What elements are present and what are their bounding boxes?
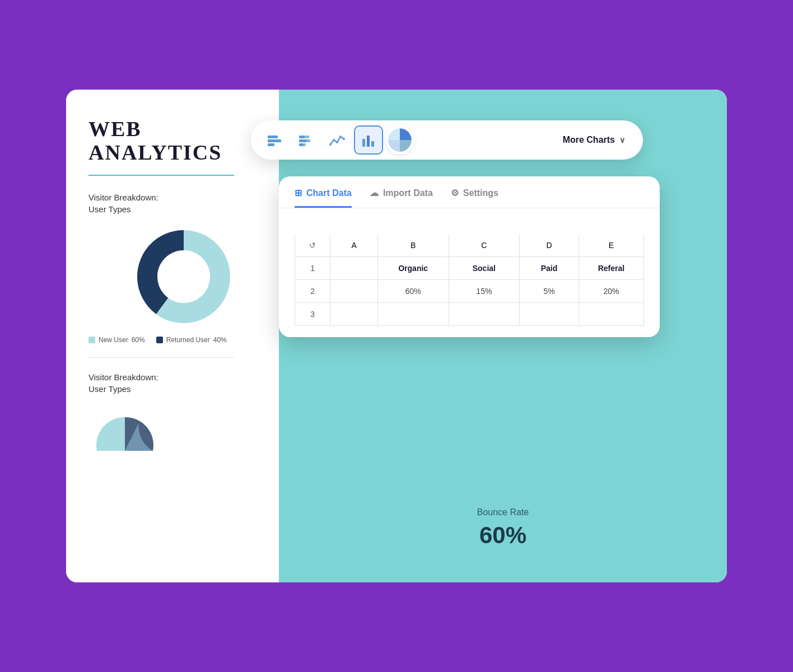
row-1-col-a[interactable] <box>330 257 377 280</box>
vertical-bar-chart-button[interactable] <box>354 125 383 155</box>
svg-rect-9 <box>307 139 310 142</box>
more-charts-label: More Charts <box>563 135 615 145</box>
svg-point-14 <box>336 141 338 143</box>
tab-chart-data-label: Chart Data <box>306 188 352 198</box>
svg-point-16 <box>343 138 345 140</box>
gear-icon: ⚙ <box>451 188 459 198</box>
svg-rect-17 <box>362 139 365 147</box>
row-1-col-b[interactable]: Organic <box>377 257 449 280</box>
table-row: 2 60% 15% 5% 20% <box>295 280 644 303</box>
small-pie-container <box>88 406 279 462</box>
left-panel: WEB ANALYTICS Visitor Breakdown: User Ty… <box>66 90 301 582</box>
returned-user-dot <box>156 337 163 343</box>
row-1-num: 1 <box>295 257 330 280</box>
line-chart-button[interactable] <box>323 125 352 155</box>
row-3-num: 3 <box>295 303 330 326</box>
col-e-header: E <box>579 234 643 257</box>
row-2-col-d[interactable]: 5% <box>520 280 579 303</box>
returned-user-label: Returned User <box>166 336 210 344</box>
row-1-col-c[interactable]: Social <box>449 257 520 280</box>
row-3-col-d[interactable] <box>520 303 579 326</box>
stacked-bar-chart-button[interactable] <box>291 125 320 155</box>
svg-rect-10 <box>299 143 304 146</box>
row-2-col-a[interactable] <box>330 280 377 303</box>
vertical-bar-chart-icon <box>360 131 377 149</box>
svg-rect-19 <box>371 141 374 147</box>
page-title: WEB ANALYTICS <box>88 118 279 165</box>
chart-data-panel: ⊞ Chart Data ☁ Import Data ⚙ Settings <box>279 176 660 337</box>
col-a-header: A <box>330 234 377 257</box>
tab-settings-label: Settings <box>463 188 498 198</box>
row-1-col-d[interactable]: Paid <box>520 257 579 280</box>
new-user-label: New User <box>99 336 128 344</box>
legend-new-user: New User 60% <box>88 336 145 344</box>
small-pie-chart <box>88 406 161 462</box>
tab-import-data[interactable]: ☁ Import Data <box>370 188 433 208</box>
svg-point-13 <box>333 139 335 141</box>
chart-legend: New User 60% Returned User 40% <box>88 336 279 344</box>
returned-user-pct: 40% <box>213 336 227 344</box>
horizontal-bar-chart-icon <box>265 131 283 149</box>
svg-point-12 <box>329 143 332 146</box>
row-2-col-b[interactable]: 60% <box>377 280 449 303</box>
table-row: 1 Organic Social Paid Referal <box>295 257 644 280</box>
chevron-down-icon: ∨ <box>619 136 625 144</box>
bounce-rate-label: Bounce Rate <box>477 507 529 517</box>
svg-rect-3 <box>268 136 278 138</box>
tab-import-data-label: Import Data <box>383 188 433 198</box>
tab-settings[interactable]: ⚙ Settings <box>451 188 498 208</box>
panel-tabs: ⊞ Chart Data ☁ Import Data ⚙ Settings <box>279 176 660 208</box>
donut-chart <box>133 226 234 327</box>
row-3-col-c[interactable] <box>449 303 520 326</box>
chart-toolbar: More Charts ∨ <box>251 120 643 160</box>
svg-rect-18 <box>367 136 370 147</box>
bounce-rate-value: 60% <box>477 522 529 549</box>
col-c-header: C <box>449 234 520 257</box>
outer-container: WEB ANALYTICS Visitor Breakdown: User Ty… <box>32 67 761 605</box>
svg-point-2 <box>158 251 209 302</box>
row-3-col-a[interactable] <box>330 303 377 326</box>
cloud-upload-icon: ☁ <box>370 188 379 198</box>
row-2-num: 2 <box>295 280 330 303</box>
svg-rect-11 <box>304 143 306 146</box>
svg-rect-5 <box>268 143 274 146</box>
refresh-icon[interactable]: ↺ <box>295 234 330 257</box>
col-b-header: B <box>377 234 449 257</box>
section2-label: Visitor Breakdown: User Types <box>88 371 279 395</box>
svg-rect-7 <box>305 136 309 138</box>
row-1-col-e[interactable]: Referal <box>579 257 643 280</box>
row-3-col-b[interactable] <box>377 303 449 326</box>
new-user-pct: 60% <box>132 336 145 344</box>
svg-point-15 <box>339 136 342 138</box>
table-row: 3 <box>295 303 644 326</box>
new-user-dot <box>88 337 95 343</box>
title-divider <box>88 175 234 176</box>
stacked-bar-chart-icon <box>297 131 315 149</box>
pie-chart-icon <box>385 125 414 155</box>
legend-returned-user: Returned User 40% <box>156 336 227 344</box>
row-2-col-c[interactable]: 15% <box>449 280 520 303</box>
chart-data-table: ↺ A B C D E 1 Organic Social Paid <box>295 220 644 326</box>
pie-chart-button[interactable] <box>385 125 414 155</box>
section-divider <box>88 357 234 358</box>
section1-label: Visitor Breakdown: User Types <box>88 192 279 215</box>
line-chart-icon <box>328 131 346 149</box>
donut-chart-container <box>88 226 279 327</box>
col-d-header: D <box>520 234 579 257</box>
tab-chart-data[interactable]: ⊞ Chart Data <box>295 188 352 208</box>
svg-rect-8 <box>299 139 307 142</box>
svg-rect-6 <box>299 136 305 138</box>
row-2-col-e[interactable]: 20% <box>579 280 643 303</box>
row-3-col-e[interactable] <box>579 303 643 326</box>
horizontal-bar-chart-button[interactable] <box>260 125 289 155</box>
more-charts-button[interactable]: More Charts ∨ <box>554 130 634 150</box>
table-icon: ⊞ <box>295 188 302 198</box>
svg-rect-4 <box>268 139 281 142</box>
main-card: WEB ANALYTICS Visitor Breakdown: User Ty… <box>66 90 727 582</box>
